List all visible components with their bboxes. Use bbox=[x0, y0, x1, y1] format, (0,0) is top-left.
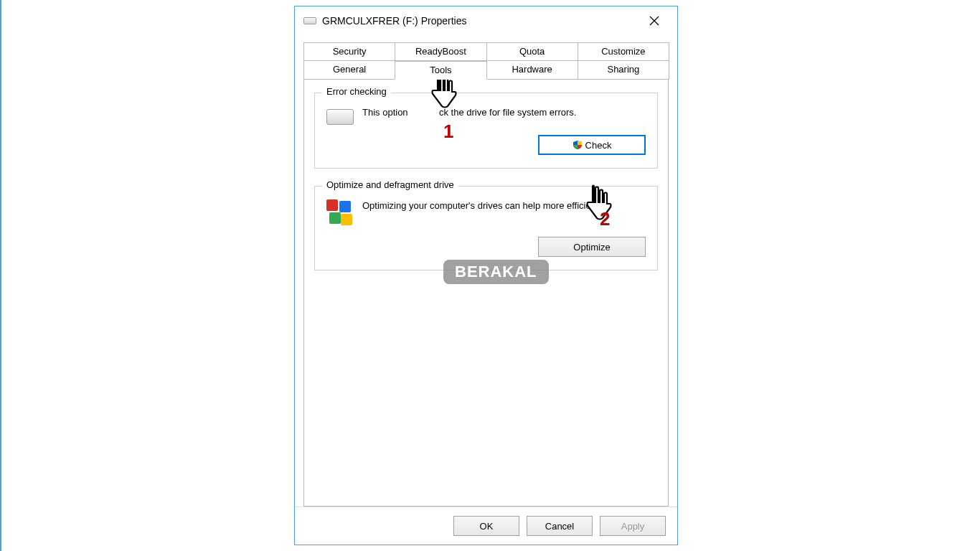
tab-general[interactable]: General bbox=[303, 61, 395, 80]
drive-large-icon bbox=[326, 109, 354, 125]
defrag-icon bbox=[326, 199, 354, 227]
ok-button[interactable]: OK bbox=[453, 516, 519, 536]
check-button[interactable]: Check bbox=[538, 135, 646, 155]
optimize-desc: Optimizing your computer's drives can he… bbox=[362, 199, 646, 212]
titlebar: GRMCULXFRER (F:) Properties bbox=[295, 6, 677, 35]
apply-button: Apply bbox=[600, 516, 666, 536]
window-title: GRMCULXFRER (F:) Properties bbox=[322, 15, 640, 27]
error-checking-group: Error checking This option ck the drive … bbox=[314, 93, 658, 169]
properties-dialog: GRMCULXFRER (F:) Properties Security Rea… bbox=[294, 6, 678, 545]
close-icon bbox=[649, 16, 659, 26]
tab-quota[interactable]: Quota bbox=[486, 42, 578, 61]
tab-security[interactable]: Security bbox=[303, 42, 395, 61]
tab-content-tools: Error checking This option ck the drive … bbox=[303, 80, 669, 507]
error-checking-desc-a: This option bbox=[362, 107, 408, 118]
apply-label: Apply bbox=[621, 521, 645, 532]
dialog-button-row: OK Cancel Apply bbox=[295, 507, 677, 545]
tab-sharing[interactable]: Sharing bbox=[578, 61, 669, 80]
tab-hardware[interactable]: Hardware bbox=[486, 61, 578, 80]
ok-label: OK bbox=[480, 521, 494, 532]
tab-customize[interactable]: Customize bbox=[578, 42, 669, 61]
tab-tools[interactable]: Tools bbox=[395, 61, 486, 80]
check-button-label: Check bbox=[585, 140, 612, 151]
optimize-group: Optimize and defragment drive Optimizing… bbox=[314, 186, 658, 270]
uac-shield-icon bbox=[573, 140, 583, 150]
cancel-label: Cancel bbox=[545, 521, 574, 532]
optimize-button[interactable]: Optimize bbox=[538, 237, 646, 257]
optimize-legend: Optimize and defragment drive bbox=[322, 179, 458, 190]
close-button[interactable] bbox=[640, 10, 669, 32]
cancel-button[interactable]: Cancel bbox=[527, 516, 593, 536]
optimize-button-label: Optimize bbox=[573, 242, 610, 253]
error-checking-legend: Error checking bbox=[322, 86, 391, 97]
error-checking-desc-b: ck the drive for file system errors. bbox=[439, 107, 576, 118]
tab-strip: Security ReadyBoost Quota Customize Gene… bbox=[295, 35, 677, 80]
error-checking-desc: This option ck the drive for file system… bbox=[362, 106, 646, 119]
drive-icon bbox=[303, 17, 316, 24]
tab-readyboost[interactable]: ReadyBoost bbox=[395, 42, 486, 61]
page-accent-border bbox=[0, 0, 1, 551]
